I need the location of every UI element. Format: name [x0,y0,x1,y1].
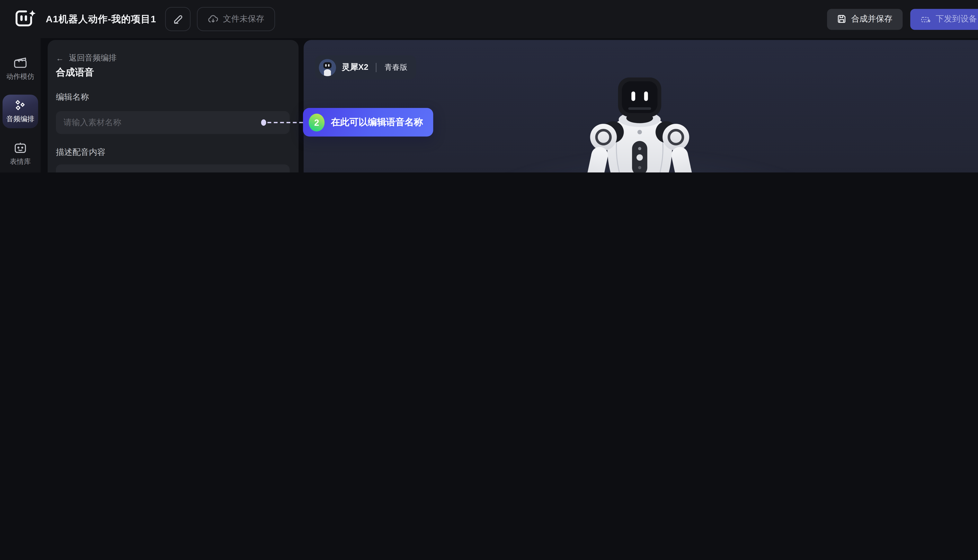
name-placeholder: 请输入素材名称 [63,117,122,128]
connector-line [267,122,303,123]
material-name-input[interactable]: 请输入素材名称 [56,111,290,134]
sidebar: 动作模仿 音频编排 表情库 [0,38,41,172]
back-arrow-icon: ← [56,53,64,62]
save-button[interactable]: 合成并保存 [827,8,903,30]
main-area: 灵犀X2 │ 青春版 Z X Y [304,40,978,172]
edit-title-button[interactable] [165,7,190,31]
pencil-icon [173,14,183,24]
file-status: 文件未保存 [197,7,275,31]
robot-model-badge[interactable]: 灵犀X2 │ 青春版 [315,55,416,79]
sidebar-item-motion-mimic[interactable]: 动作模仿 [0,52,41,86]
voice-content-textarea[interactable]: 大家好，我是灵犀X2，很高兴认识大家，大家好，我是灵犀X2，很 高兴认识大家，大… [56,165,290,172]
name-label: 编辑名称 [56,92,89,103]
callout-edit-name: 2 在此可以编辑语音名称 [303,108,433,137]
face-screen-icon [13,142,27,154]
panel-title: 合成语音 [56,67,94,79]
content-label: 描述配音内容 [56,147,105,158]
robot-name: 灵犀X2 [342,62,368,73]
clapperboard-icon [13,57,27,69]
robot-edition: 青春版 [385,62,407,73]
project-title: A1机器人动作-我的项目1 [46,13,156,25]
cloud-icon [208,15,219,23]
back-to-audio-arrange[interactable]: ← 返回音频编排 [56,53,117,63]
app-window: A1机器人动作-我的项目1 文件未保存 [0,0,978,172]
app-logo-icon [14,8,37,30]
robot-model [543,70,736,172]
speech-synthesis-panel: ← 返回音频编排 合成语音 编辑名称 请输入素材名称 描述配音内容 大家好，我是… [48,40,299,172]
connector-dot-name [261,120,266,126]
robot-badge-avatar [319,59,336,76]
sparkle-diamonds-icon [13,99,27,112]
top-bar: A1机器人动作-我的项目1 文件未保存 [0,0,978,38]
sidebar-item-expression-library[interactable]: 表情库 [0,137,41,171]
callout-number-badge: 2 [309,113,324,131]
badge-divider: │ [374,63,379,72]
robot-download-icon [921,15,931,23]
3d-viewport[interactable]: 灵犀X2 │ 青春版 Z X Y [304,40,978,172]
sidebar-item-audio-arrange[interactable]: 音频编排 [3,95,38,128]
deploy-to-device-button[interactable]: 下发到设备 [910,8,978,30]
save-icon [837,15,846,23]
